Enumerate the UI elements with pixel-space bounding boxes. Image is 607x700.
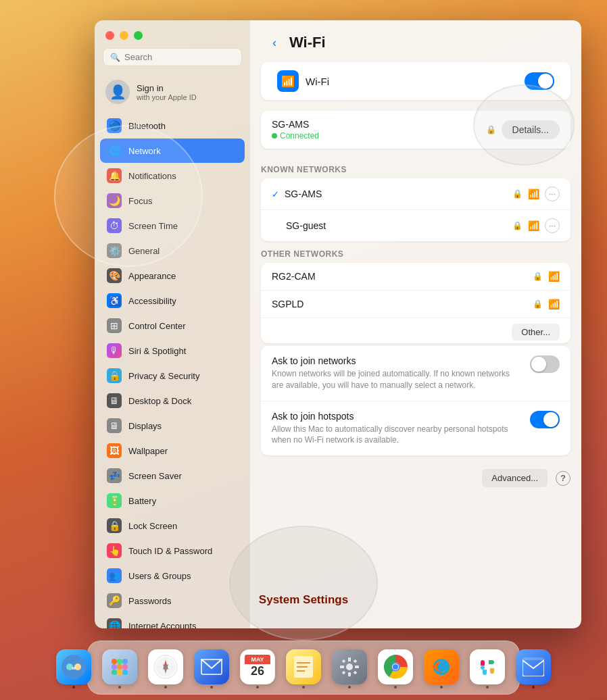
dock-item-slack[interactable] [467,649,508,689]
controlcenter-icon: ⊞ [107,318,122,333]
search-box[interactable]: 🔍 [103,48,242,66]
accessibility-icon: ♿ [107,293,122,308]
known-network-row-1[interactable]: ✓ SG-AMS 🔒 📶 ··· [261,178,570,210]
page-title: Wi-Fi [289,34,326,51]
dock-item-safari[interactable] [145,649,186,689]
sidebar-item-label: General [128,246,160,256]
sidebar-item-touchid[interactable]: 👆 Touch ID & Password [100,539,245,563]
general-icon: ⚙️ [107,243,122,258]
sidebar-item-notifications[interactable]: 🔔 Notifications [100,164,245,188]
wifi-bars-2: 📶 [528,220,539,231]
siri-icon: 🎙 [107,343,122,358]
close-button[interactable] [105,31,114,40]
sidebar-item-controlcenter[interactable]: ⊞ Control Center [100,314,245,338]
details-button[interactable]: Details... [502,120,560,139]
sidebar-item-label: Touch ID & Password [128,546,212,556]
passwords-icon: 🔑 [107,593,122,608]
svg-rect-32 [342,671,346,675]
status-dot [272,133,277,139]
sidebar-item-passwords[interactable]: 🔑 Passwords [100,589,245,613]
back-button[interactable]: ‹ [266,34,283,51]
more-button-1[interactable]: ··· [545,186,560,201]
wifi-toggle-row: 📶 Wi-Fi [261,62,570,100]
svg-point-8 [117,664,122,670]
dock-item-finder[interactable] [53,649,94,689]
svg-point-5 [117,659,122,664]
dock-dot [72,686,75,689]
sidebar-item-focus[interactable]: 🌙 Focus [100,189,245,213]
svg-point-12 [122,670,128,675]
toggle-knob-2 [531,357,546,372]
advanced-button[interactable]: Advanced... [482,469,548,487]
search-icon: 🔍 [110,53,120,62]
sidebar-item-accessibility[interactable]: ♿ Accessibility [100,289,245,313]
other-networks-button[interactable]: Other... [512,324,560,341]
sidebar-item-siri[interactable]: 🎙 Siri & Spotlight [100,339,245,363]
ask-join-toggle[interactable] [530,355,560,373]
ask-join-section: Ask to join networks Known networks will… [261,346,570,455]
sidebar-item-label: Screen Saver [128,471,182,481]
dock-dot [394,686,397,689]
sidebar-item-displays[interactable]: 🖥 Displays [100,414,245,438]
dock-dot [302,686,305,689]
more-button-2[interactable]: ··· [545,218,560,233]
dock-item-notes[interactable] [283,649,324,689]
dock-item-system-settings[interactable] [329,649,370,689]
sidebar-item-users[interactable]: 👥 Users & Groups [100,564,245,588]
svg-rect-30 [342,659,346,664]
svg-point-11 [117,670,122,675]
ask-hotspot-label: Ask to join hotspots [272,411,519,422]
notifications-icon: 🔔 [107,168,122,183]
svg-point-4 [112,659,117,664]
dock-dot [440,686,443,689]
sidebar-item-label: Siri & Spotlight [128,346,186,356]
known-network-row-2[interactable]: SG-guest 🔒 📶 ··· [261,210,570,241]
sidebar-item-appearance[interactable]: 🎨 Appearance [100,264,245,288]
svg-point-10 [112,670,117,675]
dock-item-mail[interactable] [191,649,232,689]
lock-icon-4: 🔒 [533,299,543,309]
other-networks-section: RG2-CAM 🔒 📶 SGPLD 🔒 📶 Other... [261,263,570,343]
sidebar-item-battery[interactable]: 🔋 Battery [100,489,245,513]
wifi-toggle[interactable] [525,72,554,90]
help-button[interactable]: ? [556,471,570,486]
sidebar-item-label: Passwords [128,596,172,606]
dock-item-calendar[interactable]: MAY 26 [237,649,278,689]
sidebar-item-screentime[interactable]: ⏱ Screen Time [100,214,245,238]
ask-hotspot-desc: Allow this Mac to automatically discover… [272,424,519,447]
sidebar-item-label: Internet Accounts [128,621,196,629]
sidebar-item-general[interactable]: ⚙️ General [100,239,245,263]
svg-rect-27 [348,672,351,676]
sidebar-item-wallpaper[interactable]: 🖼 Wallpaper [100,439,245,463]
sidebar-item-screensaver[interactable]: 💤 Screen Saver [100,464,245,488]
maximize-button[interactable] [134,31,143,40]
dock-item-firefox[interactable] [421,649,462,689]
other-network-row-1[interactable]: RG2-CAM 🔒 📶 [261,263,570,291]
sidebar-item-network[interactable]: 🌐 Network [100,139,245,163]
sidebar-item-privacy[interactable]: 🔒 Privacy & Security [100,364,245,388]
sidebar-item-internet[interactable]: 🌐 Internet Accounts [100,614,245,628]
sidebar-item-bluetooth[interactable]: 🔵 Bluetooth [100,114,245,138]
sidebar-item-desktop[interactable]: 🖥 Desktop & Dock [100,389,245,413]
dock-item-launchpad[interactable] [99,649,140,689]
dock-item-chrome[interactable] [375,649,416,689]
svg-point-3 [72,667,76,670]
svg-point-9 [122,664,128,670]
lock-icon-3: 🔒 [533,272,543,281]
wifi-icon: 📶 [277,70,299,92]
dock-dot [532,686,535,689]
touchid-icon: 👆 [107,543,122,558]
dock-item-airmail[interactable] [513,649,554,689]
launchpad-icon [102,649,137,684]
minimize-button[interactable] [120,31,128,40]
sidebar-item-lockscreen[interactable]: 🔒 Lock Screen [100,514,245,538]
search-input[interactable] [124,52,235,62]
other-network-row-2[interactable]: SGPLD 🔒 📶 [261,291,570,318]
safari-icon [148,649,183,684]
focus-icon: 🌙 [107,193,122,208]
avatar: 👤 [105,80,130,104]
apple-id-row[interactable]: 👤 Sign in with your Apple ID [100,74,245,109]
current-network-name: SG-AMS [272,119,319,130]
users-icon: 👥 [107,568,122,583]
ask-hotspot-toggle[interactable] [530,411,560,428]
